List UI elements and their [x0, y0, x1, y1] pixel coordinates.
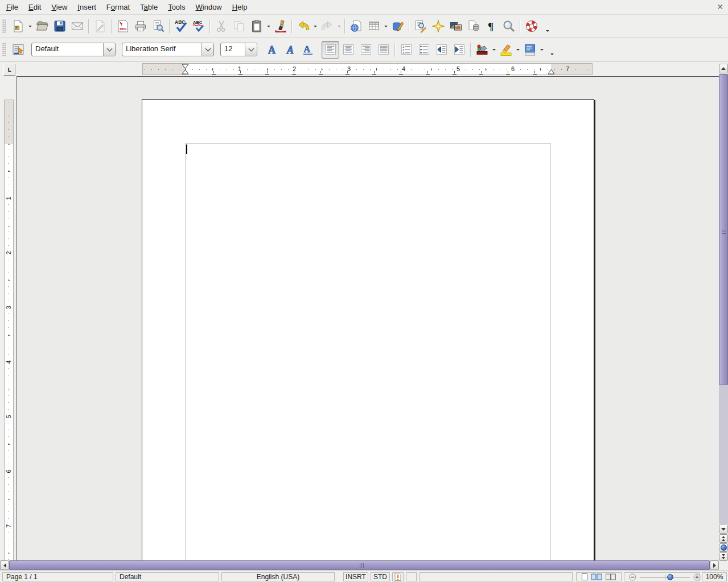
navigator-button[interactable] — [429, 18, 447, 35]
horizontal-scroll-thumb[interactable] — [9, 560, 710, 570]
align-right-button[interactable] — [357, 41, 375, 59]
paragraph-background-dropdown[interactable] — [538, 42, 545, 58]
menu-help[interactable]: Help — [227, 1, 253, 14]
scroll-up-button[interactable] — [719, 64, 728, 73]
selection-mode-field[interactable]: STD — [371, 572, 390, 581]
horizontal-scrollbar[interactable] — [0, 560, 719, 570]
zoom-out-icon[interactable] — [629, 573, 636, 581]
undo-dropdown[interactable] — [312, 18, 318, 35]
vertical-scroll-track[interactable] — [719, 74, 728, 524]
insert-table-button[interactable] — [365, 18, 382, 35]
italic-button[interactable]: A — [281, 41, 299, 59]
toolbar-grip[interactable] — [2, 19, 6, 33]
scroll-left-button[interactable] — [0, 560, 9, 570]
close-document-icon[interactable]: ✕ — [715, 2, 725, 11]
spellcheck-button[interactable]: ABC — [172, 18, 190, 35]
styles-and-formatting-button[interactable] — [9, 41, 27, 59]
insert-mode-field[interactable]: INSRT — [343, 572, 368, 581]
menu-format[interactable]: Format — [101, 1, 135, 14]
navigation-button[interactable] — [719, 543, 728, 552]
auto-spellcheck-button[interactable]: ABC — [190, 18, 207, 35]
menu-view[interactable]: View — [46, 1, 72, 14]
insert-table-dropdown[interactable] — [382, 18, 389, 35]
page-indicator[interactable]: Page 1 / 1 — [2, 572, 113, 581]
page-style-field[interactable]: Default — [116, 572, 219, 581]
vertical-ruler[interactable]: 1234567 — [4, 100, 14, 561]
format-paintbrush-button[interactable] — [272, 18, 289, 35]
gallery-button[interactable] — [447, 18, 464, 35]
align-left-button[interactable] — [322, 41, 339, 59]
tab-stop-type-button[interactable]: L — [3, 64, 15, 76]
draw-functions-button[interactable] — [389, 18, 406, 35]
paste-button[interactable] — [248, 18, 265, 35]
document-canvas[interactable] — [17, 76, 719, 560]
left-indent-marker[interactable] — [182, 64, 189, 75]
find-replace-button[interactable] — [412, 18, 429, 35]
export-pdf-button[interactable]: PDF — [114, 18, 131, 35]
zoom-level-field[interactable]: 100% — [702, 572, 727, 581]
bullet-list-button[interactable] — [415, 41, 433, 59]
toolbar-grip[interactable] — [2, 43, 6, 56]
cut-button[interactable] — [212, 18, 230, 35]
zoom-slider-track[interactable] — [640, 575, 690, 580]
data-sources-button[interactable] — [464, 18, 482, 35]
vertical-scroll-thumb[interactable] — [719, 74, 728, 385]
nonprinting-characters-button[interactable]: ¶ — [482, 18, 500, 35]
paragraph-style-combobox[interactable]: Default — [31, 43, 116, 56]
font-name-value[interactable]: Liberation Serif — [122, 43, 201, 56]
highlighting-button[interactable] — [497, 41, 515, 59]
zoom-slider-knob[interactable] — [667, 574, 673, 580]
menu-insert[interactable]: Insert — [72, 1, 101, 14]
right-indent-marker[interactable] — [548, 69, 555, 75]
paragraph-style-dropdown[interactable] — [103, 43, 115, 56]
hyperlink-button[interactable] — [347, 18, 365, 35]
menu-tools[interactable]: Tools — [163, 1, 190, 14]
print-button[interactable] — [131, 18, 149, 35]
font-color-button[interactable] — [473, 41, 491, 59]
increase-indent-button[interactable] — [450, 41, 468, 59]
scroll-right-button[interactable] — [710, 560, 719, 570]
open-button[interactable] — [33, 18, 51, 35]
underline-button[interactable]: A — [299, 41, 316, 59]
font-size-value[interactable]: 12 — [221, 43, 245, 56]
bold-button[interactable]: A — [264, 41, 281, 59]
book-view-icon[interactable] — [605, 573, 616, 581]
justify-button[interactable] — [375, 41, 392, 59]
highlighting-dropdown[interactable] — [515, 42, 521, 58]
undo-button[interactable] — [294, 18, 312, 35]
scroll-down-button[interactable] — [719, 525, 728, 534]
page[interactable] — [142, 99, 594, 560]
decrease-indent-button[interactable] — [433, 41, 450, 59]
font-color-dropdown[interactable] — [491, 42, 497, 58]
email-document-button[interactable] — [68, 18, 86, 35]
previous-page-button[interactable] — [719, 534, 728, 543]
language-field[interactable]: English (USA) — [221, 572, 335, 581]
page-preview-button[interactable] — [149, 18, 167, 35]
menu-table[interactable]: Table — [135, 1, 163, 14]
single-page-view-icon[interactable] — [581, 573, 588, 581]
font-name-combobox[interactable]: Liberation Serif — [122, 43, 214, 56]
font-size-dropdown[interactable] — [245, 43, 257, 56]
zoom-button[interactable] — [500, 18, 517, 35]
multi-page-view-icon[interactable] — [591, 573, 602, 581]
zoom-slider[interactable] — [624, 572, 700, 581]
new-document-dropdown[interactable] — [27, 18, 33, 35]
text-boundary[interactable] — [185, 143, 551, 560]
copy-button[interactable] — [230, 18, 248, 35]
menu-window[interactable]: Window — [191, 1, 227, 14]
menu-edit[interactable]: Edit — [23, 1, 46, 14]
numbered-list-button[interactable]: 1 2 3 — [397, 41, 415, 59]
font-name-dropdown[interactable] — [201, 43, 213, 56]
new-document-button[interactable] — [9, 18, 27, 35]
redo-dropdown[interactable] — [336, 18, 342, 35]
standard-toolbar-options-dropdown[interactable] — [544, 16, 551, 36]
paragraph-style-value[interactable]: Default — [32, 43, 103, 56]
paragraph-background-button[interactable] — [521, 41, 538, 59]
vertical-scrollbar[interactable] — [719, 64, 728, 561]
redo-button[interactable] — [318, 18, 336, 35]
edit-file-button[interactable] — [91, 18, 109, 35]
paste-dropdown[interactable] — [265, 18, 272, 35]
save-button[interactable] — [51, 18, 68, 35]
font-size-combobox[interactable]: 12 — [220, 43, 257, 56]
formatting-toolbar-options-dropdown[interactable] — [548, 40, 556, 59]
